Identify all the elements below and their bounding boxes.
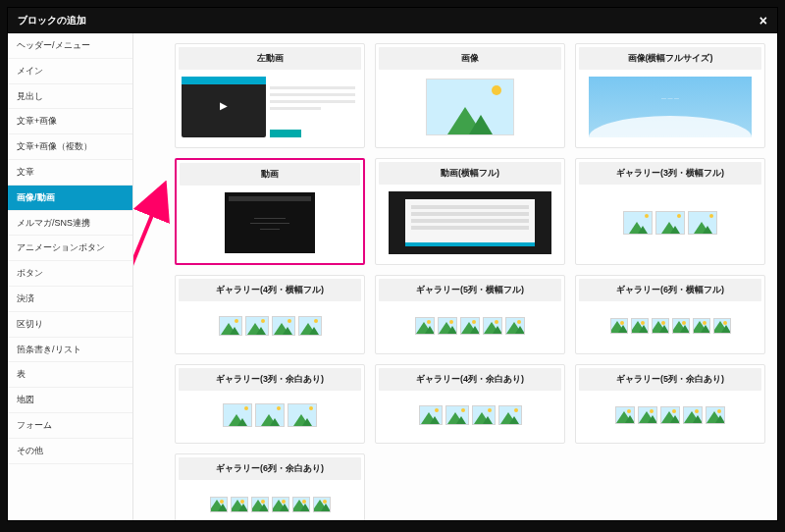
sidebar-item[interactable]: ボタン: [8, 261, 132, 287]
block-card-title: ギャラリー(5列・横幅フル): [379, 279, 561, 301]
block-preview: [176, 304, 364, 347]
gallery-thumb: [615, 406, 635, 424]
block-card[interactable]: ギャラリー(6列・余白あり): [175, 453, 365, 520]
block-card[interactable]: ギャラリー(4列・横幅フル): [175, 275, 365, 354]
block-card-title: ギャラリー(3列・余白あり): [179, 368, 361, 391]
gallery-thumb: [683, 406, 703, 424]
block-card-title: 画像: [379, 47, 561, 70]
gallery-thumb: [706, 406, 725, 424]
gallery-thumb: [445, 405, 469, 425]
block-card-title: 動画: [180, 163, 360, 186]
sidebar-item[interactable]: ヘッダー/メニュー: [8, 33, 132, 59]
sidebar-item[interactable]: 画像/動画: [8, 186, 132, 211]
preview-video: ―――――――――――――――――――――――: [225, 192, 315, 253]
block-preview: — — —: [576, 73, 764, 141]
preview-video-full: [389, 191, 551, 254]
gallery-preview-row: [223, 403, 317, 427]
gallery-thumb: [231, 497, 248, 512]
sidebar-item[interactable]: アニメーションボタン: [8, 236, 132, 261]
sidebar-item[interactable]: 見出し: [8, 84, 132, 110]
block-card-title: ギャラリー(5列・余白あり): [579, 368, 761, 391]
gallery-thumb: [288, 403, 317, 427]
block-preview: [176, 394, 364, 437]
block-preview: [376, 187, 564, 258]
block-card[interactable]: 左動画: [175, 43, 365, 148]
sidebar-item[interactable]: 文章+画像: [8, 109, 132, 134]
block-preview: [576, 304, 764, 347]
sidebar-item[interactable]: メイン: [8, 59, 132, 84]
block-card[interactable]: 動画―――――――――――――――――――――――: [175, 158, 365, 265]
svg-line-0: [133, 198, 159, 323]
block-card-title: ギャラリー(3列・横幅フル): [579, 162, 761, 185]
block-card[interactable]: 動画(横幅フル): [375, 158, 565, 265]
gallery-thumb: [210, 497, 228, 512]
gallery-thumb: [255, 403, 285, 427]
modal-title: ブロックの追加: [18, 14, 86, 27]
gallery-thumb: [713, 318, 731, 334]
gallery-thumb: [415, 317, 435, 335]
block-card-title: ギャラリー(6列・余白あり): [179, 457, 361, 480]
sidebar-item[interactable]: メルマガ/SNS連携: [8, 211, 132, 237]
block-preview: [576, 394, 764, 437]
sidebar-item[interactable]: 箇条書き/リスト: [8, 338, 132, 363]
block-card[interactable]: ギャラリー(5列・横幅フル): [375, 275, 565, 354]
gallery-thumb: [292, 497, 310, 512]
block-card[interactable]: ギャラリー(5列・余白あり): [575, 364, 765, 444]
gallery-thumb: [272, 497, 289, 512]
sidebar-item[interactable]: フォーム: [8, 413, 132, 439]
gallery-thumb: [505, 317, 525, 335]
gallery-thumb: [638, 406, 657, 424]
gallery-thumb: [419, 405, 443, 425]
close-icon[interactable]: ×: [759, 14, 767, 27]
sidebar-item[interactable]: 地図: [8, 388, 132, 413]
gallery-preview-row: [219, 316, 322, 336]
sidebar-item[interactable]: 文章: [8, 160, 132, 186]
gallery-thumb: [631, 318, 649, 334]
gallery-thumb: [623, 211, 653, 235]
modal-header: ブロックの追加 ×: [8, 8, 777, 33]
block-card[interactable]: 画像(横幅フルサイズ)— — —: [575, 43, 765, 148]
gallery-thumb: [693, 318, 710, 334]
block-preview: [376, 304, 564, 347]
block-card[interactable]: 画像: [375, 43, 565, 148]
block-preview: [376, 73, 564, 141]
block-preview: [176, 73, 364, 141]
preview-left-video: [182, 77, 358, 137]
block-card-title: 左動画: [179, 47, 361, 70]
gallery-thumb: [672, 318, 690, 334]
gallery-thumb: [660, 406, 680, 424]
block-card-title: 動画(横幅フル): [379, 162, 561, 185]
gallery-thumb: [610, 318, 628, 334]
sidebar-item[interactable]: 区切り: [8, 312, 132, 338]
block-card[interactable]: ギャラリー(4列・余白あり): [375, 364, 565, 444]
gallery-preview-row: [623, 211, 717, 235]
gallery-thumb: [472, 405, 496, 425]
block-grid: 左動画画像画像(横幅フルサイズ)— — —動画―――――――――――――――――…: [175, 43, 765, 520]
block-preview: ―――――――――――――――――――――――: [177, 188, 363, 257]
block-card[interactable]: ギャラリー(3列・横幅フル): [575, 158, 765, 265]
block-preview: [176, 483, 364, 520]
preview-full-image: — — —: [589, 77, 752, 137]
block-card[interactable]: ギャラリー(3列・余白あり): [175, 364, 365, 444]
sidebar-item[interactable]: 決済: [8, 287, 132, 312]
block-card[interactable]: ギャラリー(6列・横幅フル): [575, 275, 765, 354]
gallery-thumb: [655, 211, 685, 235]
block-grid-container: 左動画画像画像(横幅フルサイズ)— — —動画―――――――――――――――――…: [133, 33, 777, 520]
block-card-title: ギャラリー(6列・横幅フル): [579, 279, 761, 301]
gallery-preview-row: [415, 317, 525, 335]
sidebar-item[interactable]: その他: [8, 439, 132, 464]
block-card-title: ギャラリー(4列・横幅フル): [179, 279, 361, 301]
block-preview: [376, 394, 564, 437]
sidebar-item[interactable]: 表: [8, 362, 132, 388]
gallery-thumb: [498, 405, 522, 425]
gallery-thumb: [251, 497, 269, 512]
preview-image: [426, 79, 514, 135]
gallery-thumb: [219, 316, 242, 336]
sidebar-item[interactable]: 文章+画像（複数）: [8, 134, 132, 160]
block-preview: [576, 187, 764, 258]
block-card-title: ギャラリー(4列・余白あり): [379, 368, 561, 391]
gallery-preview-row: [419, 405, 522, 425]
gallery-thumb: [460, 317, 480, 335]
gallery-thumb: [313, 497, 331, 512]
gallery-thumb: [652, 318, 669, 334]
